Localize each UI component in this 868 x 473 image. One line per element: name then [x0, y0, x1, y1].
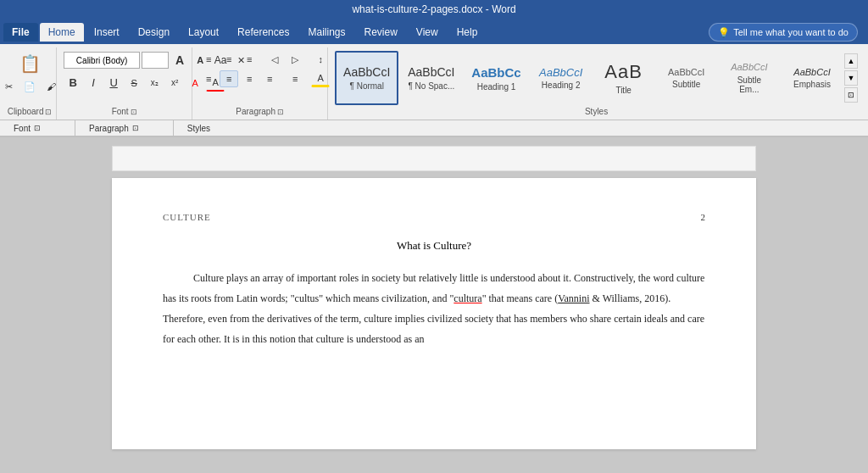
superscript-button[interactable]: x² [165, 75, 184, 92]
style-normal[interactable]: AaBbCcI ¶ Normal [335, 51, 398, 105]
style-title-label: Title [615, 86, 632, 95]
body-paragraph-1[interactable]: Culture plays an array of important role… [163, 268, 705, 349]
bold-button[interactable]: B [64, 74, 82, 92]
style-subtitle[interactable]: AaBbCcI Subtitle [656, 51, 717, 105]
style-subtitle-label: Subtitle [672, 80, 700, 89]
cultura-word: cultura [453, 292, 481, 304]
tab-view[interactable]: View [408, 23, 447, 42]
tab-references[interactable]: References [229, 23, 298, 42]
font-top-row: 12 A A Aa ✕ [64, 51, 185, 70]
title-bar: what-is-culture-2-pages.docx - Word [0, 0, 868, 19]
tab-home[interactable]: Home [40, 23, 84, 42]
tell-me-bar[interactable]: 💡 Tell me what you want to do [709, 23, 858, 42]
tab-insert[interactable]: Insert [86, 23, 128, 42]
styles-label: Styles [335, 105, 858, 116]
style-subtle-em[interactable]: AaBbCcI Subtle Em... [719, 51, 780, 105]
font-section-label: Font ⊡ [7, 120, 75, 136]
title-bar-text: what-is-culture-2-pages.docx - Word [352, 3, 515, 15]
style-emphasis[interactable]: AaBbCcI Emphasis [782, 51, 843, 105]
style-normal-label: ¶ Normal [350, 81, 384, 91]
multilevel-button[interactable]: ≡ [240, 51, 259, 68]
cut-button[interactable]: ✂ [0, 78, 18, 95]
align-center-button[interactable]: ≡ [220, 70, 238, 87]
styles-expand-button[interactable]: ⊡ [844, 87, 858, 103]
ribbon-content: 📋 ✂ 📄 🖌 Clipboard ⊡ 12 A A Aa ✕ B I [0, 44, 868, 120]
style-heading1-label: Heading 1 [477, 82, 516, 92]
subscript-button[interactable]: x₂ [145, 75, 164, 92]
underline-button[interactable]: U [104, 74, 123, 92]
font-group: 12 A A Aa ✕ B I U S x₂ x² A A Font ⊡ [57, 47, 192, 120]
sort-button[interactable]: ↕ [311, 51, 330, 68]
decrease-indent-button[interactable]: ◁ [265, 51, 284, 68]
strikethrough-button[interactable]: S [125, 75, 143, 92]
header-bar [112, 146, 756, 171]
style-heading2[interactable]: AaBbCcI Heading 2 [531, 51, 592, 105]
page-header: CULTURE 2 [163, 212, 705, 222]
para-row-2: ≡ ≡ ≡ ≡ ≡ A ⊡ [199, 70, 320, 87]
style-heading2-label: Heading 2 [542, 81, 581, 90]
tab-design[interactable]: Design [130, 23, 178, 42]
tab-file[interactable]: File [3, 23, 38, 42]
style-emphasis-label: Emphasis [793, 80, 831, 89]
font-bottom-row: B I U S x₂ x² A A [64, 74, 185, 92]
style-subtitle-preview: AaBbCcI [668, 67, 704, 78]
doc-area: CULTURE 2 What is Culture? Culture plays… [0, 137, 868, 471]
styles-section-label: Styles [174, 120, 244, 136]
styles-group: AaBbCcI ¶ Normal AaBbCcI ¶ No Spac... Aa… [328, 47, 865, 120]
clipboard-group: 📋 ✂ 📄 🖌 Clipboard ⊡ [3, 47, 57, 120]
styles-scroll-up-button[interactable]: ▲ [844, 53, 858, 69]
clipboard-expand-icon[interactable]: ⊡ [45, 108, 52, 116]
style-subtle-em-preview: AaBbCcI [731, 62, 767, 73]
style-title[interactable]: AaB Title [593, 51, 654, 105]
ribbon-bottom: Font ⊡ Paragraph ⊡ Styles [0, 120, 868, 137]
paragraph-section-label: Paragraph ⊡ [75, 120, 174, 136]
lightbulb-icon: 💡 [718, 27, 730, 38]
font-expand-icon-bottom[interactable]: ⊡ [34, 124, 41, 132]
tab-review[interactable]: Review [355, 23, 405, 42]
numbering-button[interactable]: ≡ [220, 51, 238, 68]
style-heading1-preview: AaBbCc [471, 65, 520, 81]
page-body[interactable]: Culture plays an array of important role… [163, 268, 705, 349]
style-normal-preview: AaBbCcI [343, 65, 390, 80]
style-title-preview: AaB [604, 61, 643, 83]
style-heading1[interactable]: AaBbCc Heading 1 [464, 51, 528, 105]
running-head: CULTURE [163, 212, 211, 222]
justify-button[interactable]: ≡ [260, 70, 279, 87]
styles-scroll-down-button[interactable]: ▼ [844, 70, 858, 86]
style-no-spacing[interactable]: AaBbCcI ¶ No Spac... [400, 51, 462, 105]
tab-mailings[interactable]: Mailings [299, 23, 353, 42]
tell-me-text: Tell me what you want to do [733, 27, 849, 37]
style-subtle-em-label: Subtle Em... [726, 75, 772, 94]
align-right-button[interactable]: ≡ [240, 70, 259, 87]
style-no-spacing-preview: AaBbCcI [408, 65, 454, 80]
page-number: 2 [701, 212, 706, 222]
font-name-input[interactable] [64, 52, 140, 69]
clipboard-label: Clipboard ⊡ [8, 103, 53, 116]
line-spacing-button[interactable]: ≡ [286, 70, 304, 87]
ribbon-tabs: File Home Insert Design Layout Reference… [0, 19, 868, 44]
align-left-button[interactable]: ≡ [199, 70, 218, 87]
paragraph-expand-icon[interactable]: ⊡ [277, 108, 284, 116]
style-heading2-preview: AaBbCcI [539, 66, 582, 80]
page-title: What is Culture? [163, 239, 705, 253]
italic-button[interactable]: I [84, 74, 103, 92]
font-expand-icon[interactable]: ⊡ [131, 108, 137, 116]
style-no-spacing-label: ¶ No Spac... [408, 81, 454, 91]
shading-button[interactable]: A [311, 70, 330, 87]
styles-row: AaBbCcI ¶ Normal AaBbCcI ¶ No Spac... Aa… [335, 51, 843, 105]
font-label: Font ⊡ [112, 103, 137, 116]
font-size-input[interactable]: 12 [142, 52, 169, 69]
paragraph-label: Paragraph ⊡ [236, 103, 284, 116]
paste-button[interactable]: 📋 [15, 51, 45, 76]
tab-layout[interactable]: Layout [180, 23, 227, 42]
tab-help[interactable]: Help [448, 23, 487, 42]
grow-font-button[interactable]: A [170, 51, 189, 70]
paragraph-group: ≡ ≡ ≡ ◁ ▷ ↕ ¶ ≡ ≡ ≡ ≡ ≡ A ⊡ [192, 47, 328, 120]
copy-button[interactable]: 📄 [19, 78, 40, 95]
paragraph-expand-icon-bottom[interactable]: ⊡ [132, 124, 139, 132]
styles-scroll-buttons: ▲ ▼ ⊡ [844, 51, 858, 105]
increase-indent-button[interactable]: ▷ [286, 51, 304, 68]
page: CULTURE 2 What is Culture? Culture plays… [112, 178, 756, 449]
style-emphasis-preview: AaBbCcI [793, 67, 830, 78]
bullets-button[interactable]: ≡ [199, 51, 218, 68]
